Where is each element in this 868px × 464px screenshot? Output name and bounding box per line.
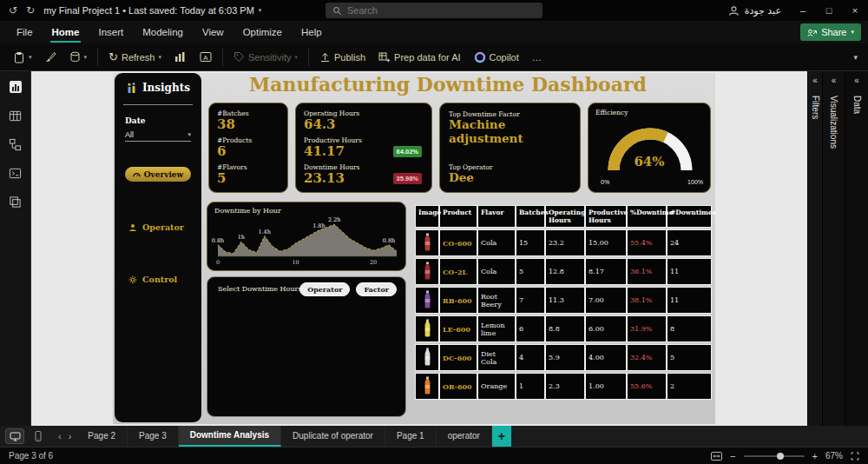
sensitivity-button[interactable]: Sensitivity ▾ — [231, 47, 300, 68]
search-input[interactable] — [347, 5, 521, 16]
tmdl-view-button[interactable] — [7, 193, 24, 210]
menu-view[interactable]: View — [193, 21, 233, 43]
maximize-button[interactable]: □ — [816, 0, 842, 21]
publish-button[interactable]: Publish — [317, 47, 368, 68]
cell-operating: 23.2 — [545, 229, 585, 256]
downtime-selector-visual[interactable]: Select Downtime Hours by Operator Factor — [207, 276, 406, 417]
search-box[interactable] — [326, 3, 542, 18]
fit-to-page-icon[interactable] — [711, 452, 722, 461]
page-tab[interactable]: Page 1 — [385, 426, 437, 447]
zoom-slider[interactable] — [744, 455, 805, 457]
tmdl-view-icon — [9, 196, 22, 209]
desktop-layout-button[interactable] — [5, 428, 24, 444]
column-header[interactable]: Batches — [516, 205, 545, 228]
page-tab[interactable]: Downtime Analysis — [179, 426, 281, 447]
table-row[interactable]: CO-2LCola512.88.1736.1%11 — [415, 258, 712, 285]
dashboard-nav-panel[interactable]: Insights Date All ▾ Overview Operator Co… — [115, 73, 201, 422]
column-header[interactable]: Image — [415, 205, 439, 228]
gear-icon — [128, 275, 137, 284]
downtime-by-hour-chart[interactable]: Downtime by Hour 0.8h1h1.4h1.8h2.2h0.8h0… — [207, 202, 406, 271]
hours-kpi-card[interactable]: Operating Hours 64.3 Productive Hours 41… — [295, 103, 432, 193]
paste-button[interactable]: ▾ — [10, 47, 35, 68]
zoom-slider-thumb[interactable] — [777, 453, 784, 460]
model-view-button[interactable] — [7, 136, 24, 153]
page-tab[interactable]: operator — [437, 426, 492, 447]
copilot-button[interactable]: Copilot — [471, 47, 522, 68]
menu-file[interactable]: File — [7, 21, 43, 43]
brand: Insights — [115, 82, 201, 94]
column-header[interactable]: %Downtime — [627, 205, 667, 228]
table-row[interactable]: CO-600Cola1523.215.0055.4%24 — [415, 229, 712, 256]
table-row[interactable]: DC-600Diet Cola45.94.0032.4%5 — [415, 344, 712, 371]
cell-downtime_pct: 36.1% — [627, 258, 667, 285]
table-view-button[interactable] — [7, 107, 24, 124]
cell-flavor: Root Beery — [477, 287, 516, 314]
monitor-icon — [10, 432, 21, 441]
refresh-button[interactable]: ↻ Refresh ▾ — [106, 47, 164, 68]
dashboard-title: Manufacturing Downtime Dashboard — [205, 73, 691, 96]
redo-icon[interactable]: ↻ — [26, 4, 35, 17]
new-page-button[interactable]: + — [492, 426, 511, 447]
report-view-button[interactable] — [7, 78, 24, 96]
fullscreen-icon[interactable] — [851, 452, 859, 461]
cell-operating: 5.9 — [545, 344, 585, 371]
page-tab[interactable]: Page 3 — [128, 426, 179, 447]
column-header[interactable]: Productive Hours — [585, 205, 627, 228]
visualizations-pane-collapsed[interactable]: « Visualizations — [822, 71, 845, 426]
column-header[interactable]: Product — [439, 205, 477, 228]
selector-factor-button[interactable]: Factor — [356, 282, 397, 296]
date-filter-dropdown[interactable]: All ▾ — [125, 130, 191, 142]
zoom-out-button[interactable]: − — [730, 451, 735, 461]
column-header[interactable]: Operating Hours — [545, 205, 585, 228]
expand-filters-icon[interactable]: « — [808, 76, 822, 85]
more-options-button[interactable]: … — [529, 47, 544, 68]
menu-insert[interactable]: Insert — [89, 21, 133, 43]
kpi-value: 64.3 — [304, 117, 336, 132]
scroll-tabs-right-icon[interactable]: › — [69, 431, 72, 441]
undo-icon[interactable]: ↺ — [9, 4, 17, 17]
new-visual-button[interactable] — [172, 47, 189, 68]
data-pane-collapsed[interactable]: « Data — [845, 71, 868, 426]
prep-data-ai-button[interactable]: Prep data for AI — [376, 47, 463, 68]
filters-pane-collapsed[interactable]: « Filters — [807, 71, 822, 426]
page-tab[interactable]: Duplicate of operator — [281, 426, 385, 447]
menu-modeling[interactable]: Modeling — [133, 21, 193, 43]
nav-item-operator[interactable]: Operator — [128, 222, 184, 232]
close-button[interactable]: × — [842, 0, 868, 21]
get-data-button[interactable]: ▾ — [67, 47, 90, 68]
top-factors-kpi-card[interactable]: Top Downtime Factor Machine adjustment T… — [439, 103, 581, 193]
efficiency-gauge[interactable]: Efficiency 64% 0% 100% — [588, 103, 711, 193]
column-header[interactable]: Flavor — [477, 205, 516, 228]
expand-visualizations-icon[interactable]: « — [823, 76, 845, 85]
format-painter-button[interactable] — [43, 47, 59, 68]
mobile-layout-button[interactable] — [29, 428, 48, 444]
ellipsis-icon: … — [532, 52, 542, 63]
cell-product: OR-600 — [439, 373, 477, 400]
report-canvas[interactable]: Insights Date All ▾ Overview Operator Co… — [31, 71, 807, 426]
cell-operating: 12.8 — [545, 258, 585, 285]
table-row[interactable]: RB-600Root Beery711.37.0038.1%11 — [415, 287, 712, 314]
menu-home[interactable]: Home — [43, 21, 89, 43]
scroll-tabs-left-icon[interactable]: ‹ — [58, 431, 62, 441]
minimize-button[interactable]: – — [790, 0, 816, 21]
table-row[interactable]: OR-600Orange12.31.0055.6%2 — [415, 373, 712, 400]
zoom-in-button[interactable]: + — [812, 451, 818, 461]
menu-optimize[interactable]: Optimize — [233, 21, 292, 43]
table-row[interactable]: LE-600Lemon lime68.86.0031.9%8 — [415, 315, 712, 342]
text-box-button[interactable]: A — [197, 47, 214, 68]
nav-item-overview[interactable]: Overview — [125, 167, 191, 182]
nav-item-control[interactable]: Control — [128, 275, 177, 284]
selector-operator-button[interactable]: Operator — [299, 282, 350, 296]
account-button[interactable]: عبد جودة — [728, 5, 781, 17]
document-title-menu[interactable]: my Final Project 1 • Last saved: Today a… — [43, 5, 261, 16]
column-header[interactable]: #Downtimes — [667, 205, 712, 228]
kpi-value: 6 — [217, 144, 279, 159]
collapse-ribbon-button[interactable]: ▾ — [853, 53, 858, 62]
products-table-visual[interactable]: ImageProductFlavorBatchesOperating Hours… — [415, 203, 712, 419]
share-button[interactable]: Share ▾ — [800, 23, 861, 41]
dax-query-view-button[interactable] — [7, 164, 24, 182]
page-tab[interactable]: Page 2 — [76, 426, 128, 447]
counts-kpi-card[interactable]: #Batches 38 #Products 6 #Flavors 5 — [208, 103, 288, 193]
expand-data-icon[interactable]: « — [845, 76, 868, 85]
menu-help[interactable]: Help — [292, 21, 332, 43]
